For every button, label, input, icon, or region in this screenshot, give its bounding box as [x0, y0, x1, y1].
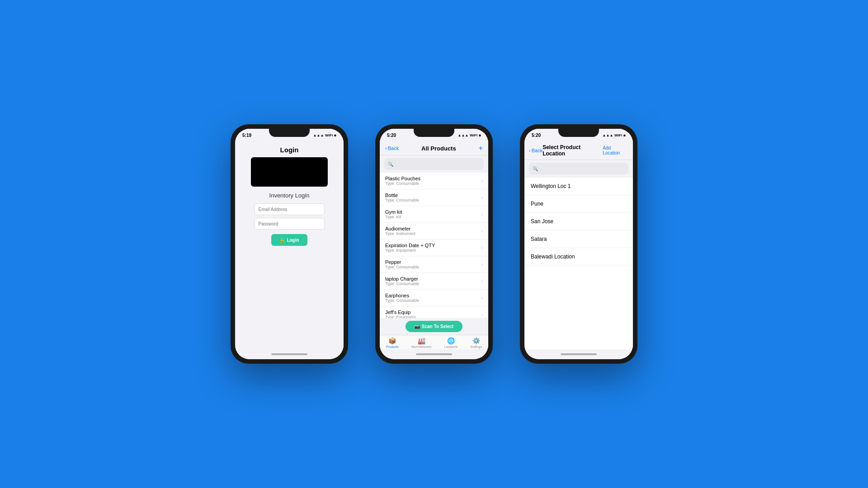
back-button-2[interactable]: ‹ Back [385, 145, 399, 151]
product-type: Type: Equipment [385, 248, 435, 253]
chevron-right-icon: › [481, 279, 483, 284]
login-screen: Login Inventory Login 🔒 Login [235, 141, 344, 349]
add-location-button[interactable]: Add Location [603, 145, 628, 155]
list-item[interactable]: Gym kit Type: Kit › [380, 206, 488, 223]
header-back-section: ‹ Back [529, 148, 542, 153]
chevron-right-icon: › [481, 195, 483, 200]
status-icons-2: ▲▲▲ WiFi ■ [458, 133, 481, 137]
manufacturers-tab-icon: 🏭 [418, 337, 425, 344]
login-button-label: Login [287, 238, 299, 243]
status-time-3: 5:20 [532, 133, 541, 138]
product-name: Audiometer [385, 226, 415, 231]
phone-2: 5:20 ▲▲▲ WiFi ■ ‹ Back All Products + 🔍 [375, 124, 493, 364]
product-type: Type: Equipment [385, 315, 416, 318]
phone-3: 5:20 ▲▲▲ WiFi ■ ‹ Back Select Product Lo… [520, 124, 637, 364]
tab-locations[interactable]: 🌐 Locations [444, 337, 458, 348]
notch-1 [269, 129, 310, 137]
product-type: Type: Instrument [385, 231, 415, 236]
notch-bar-3: 5:20 ▲▲▲ WiFi ■ [524, 129, 633, 141]
chevron-right-icon: › [481, 212, 483, 217]
home-indicator-3 [524, 349, 633, 359]
tab-products-label: Products [386, 345, 399, 348]
chevron-left-icon-2: ‹ [385, 145, 387, 151]
location-page-title: Select Product Location [542, 144, 603, 157]
search-bar-3[interactable]: 🔍 [529, 163, 628, 174]
location-header: ‹ Back Select Product Location Add Locat… [524, 141, 633, 160]
search-bar-2[interactable]: 🔍 [384, 158, 484, 170]
list-item[interactable]: Pepper Type: Consumable › [380, 256, 488, 273]
tab-settings-label: Settings [471, 345, 482, 348]
product-type: Type: Consumable [385, 282, 419, 286]
list-item[interactable]: Jeff's Equip Type: Equipment › [380, 306, 488, 318]
products-header: ‹ Back All Products + [380, 141, 488, 155]
product-type: Type: Kit [385, 215, 402, 219]
status-icons-1: ▲▲▲ WiFi ■ [313, 133, 336, 137]
tab-settings[interactable]: ⚙️ Settings [471, 337, 482, 348]
list-item[interactable]: Audiometer Type: Instrument › [380, 223, 488, 239]
app-logo [251, 157, 328, 187]
locations-tab-icon: 🌐 [447, 337, 455, 344]
list-item[interactable]: Wellington Loc 1 [524, 177, 633, 195]
phone-1: 5:19 ▲▲▲ WiFi ■ Login Inventory Login 🔒 … [231, 124, 348, 364]
list-item[interactable]: Plastic Pouches Type: Consumable › [380, 173, 488, 189]
settings-tab-icon: ⚙️ [472, 337, 480, 344]
product-name: laptop Charger [385, 276, 419, 282]
email-field[interactable] [255, 203, 325, 215]
login-button[interactable]: 🔒 Login [271, 234, 307, 246]
chevron-right-icon: › [481, 229, 483, 234]
back-label-3: Back [532, 148, 542, 153]
products-tab-icon: 📦 [388, 337, 396, 344]
list-item[interactable]: Expiration Date + QTY Type: Equipment › [380, 239, 488, 256]
add-product-button[interactable]: + [479, 144, 483, 152]
scan-btn-container: 📷 Scan To Select [380, 318, 488, 335]
chevron-right-icon: › [481, 245, 483, 250]
product-name: Plastic Pouches [385, 176, 420, 181]
chevron-right-icon: › [481, 296, 483, 300]
product-name: Jeff's Equip [385, 310, 416, 315]
search-icon-3: 🔍 [533, 166, 538, 171]
product-type: Type: Consumable [385, 298, 419, 303]
tab-products[interactable]: 📦 Products [386, 337, 399, 348]
product-name: Expiration Date + QTY [385, 243, 435, 248]
home-bar-1 [271, 353, 307, 355]
list-item[interactable]: Satara [524, 230, 633, 248]
search-icon-2: 🔍 [388, 162, 393, 167]
products-page-title: All Products [421, 145, 456, 152]
product-name: Pepper [385, 259, 419, 265]
list-item[interactable]: laptop Charger Type: Consumable › [380, 273, 488, 290]
list-item[interactable]: Bottle Type: Consumable › [380, 189, 488, 206]
products-list: Plastic Pouches Type: Consumable › Bottl… [380, 173, 488, 318]
status-time-2: 5:20 [387, 133, 396, 138]
tab-bar-2: 📦 Products 🏭 Manufacturers 🌐 Locations ⚙… [380, 335, 488, 349]
notch-3 [558, 129, 599, 137]
location-name: Wellington Loc 1 [531, 183, 571, 189]
back-button-3[interactable]: ‹ Back [529, 148, 542, 153]
scan-to-select-button[interactable]: 📷 Scan To Select [406, 321, 462, 332]
password-field[interactable] [255, 218, 325, 230]
chevron-right-icon: › [481, 312, 483, 317]
camera-icon: 📷 [415, 324, 420, 329]
chevron-right-icon: › [481, 262, 483, 267]
notch-bar-1: 5:19 ▲▲▲ WiFi ■ [235, 129, 344, 141]
tab-manufacturers-label: Manufacturers [411, 345, 432, 348]
notch-bar-2: 5:20 ▲▲▲ WiFi ■ [380, 129, 488, 141]
notch-2 [414, 129, 454, 137]
tab-manufacturers[interactable]: 🏭 Manufacturers [411, 337, 432, 348]
list-item[interactable]: San Jose [524, 213, 633, 230]
scan-btn-label: Scan To Select [422, 324, 453, 329]
location-name: San Jose [531, 218, 553, 225]
list-item[interactable]: Earphones Type: Consumable › [380, 290, 488, 306]
home-bar-2 [416, 353, 452, 355]
location-name: Satara [531, 236, 547, 242]
tab-locations-label: Locations [444, 345, 458, 348]
product-type: Type: Consumable [385, 198, 419, 202]
location-name: Balewadi Location [531, 253, 575, 260]
chevron-left-icon-3: ‹ [529, 148, 531, 153]
inventory-login-label: Inventory Login [269, 192, 310, 199]
status-icons-3: ▲▲▲ WiFi ■ [603, 133, 626, 137]
home-indicator-1 [235, 349, 344, 359]
list-item[interactable]: Pune [524, 195, 633, 213]
list-item[interactable]: Balewadi Location [524, 248, 633, 266]
product-type: Type: Consumable [385, 181, 420, 186]
home-indicator-2 [380, 349, 488, 359]
